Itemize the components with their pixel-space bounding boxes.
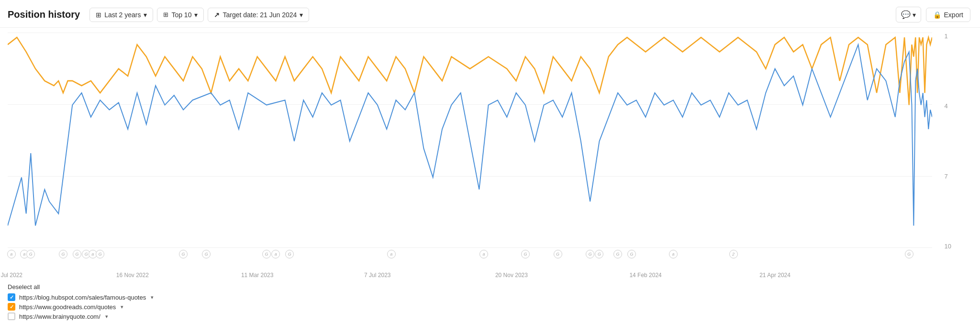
checkbox-brainyquote[interactable] — [8, 313, 15, 320]
check-icon-2: ✓ — [10, 304, 14, 310]
x-date-label: 11 Mar 2023 — [241, 272, 273, 279]
event-badge: a — [669, 250, 678, 258]
event-badge: a — [7, 250, 16, 258]
legend-area: Deselect all ✓ https://blog.hubspot.com/… — [0, 279, 980, 324]
calendar-icon: ⊞ — [96, 11, 101, 19]
chart-area: 1 4 7 10 aaGGGGaGGGGaGaaGGGGGGa2G 19 Jul… — [0, 28, 980, 279]
event-badge: G — [613, 250, 622, 258]
event-badge: G — [905, 250, 913, 258]
event-badge: 2 — [729, 250, 738, 258]
y-label-4: 4 — [945, 102, 951, 110]
export-button[interactable]: 🔒 Export — [926, 8, 970, 22]
url-goodreads: https://www.goodreads.com/quotes — [19, 303, 116, 311]
chevron-down-icon-3: ▾ — [300, 11, 303, 19]
trend-icon: ↗ — [214, 11, 220, 19]
legend-item-brainyquote[interactable]: https://www.brainyquote.com/ ▾ — [8, 313, 972, 320]
top-filter-label: Top 10 — [171, 11, 191, 19]
page-title: Position history — [8, 9, 80, 20]
chevron-down-icon: ▾ — [144, 11, 147, 19]
event-badge: G — [262, 250, 271, 258]
event-badge: G — [73, 250, 81, 258]
position-history-container: Position history ⊞ Last 2 years ▾ ⊞ Top … — [0, 0, 980, 324]
event-badge: G — [627, 250, 636, 258]
event-badge: a — [479, 250, 488, 258]
dropdown-icon-hubspot[interactable]: ▾ — [151, 294, 154, 301]
event-badge: G — [59, 250, 67, 258]
target-date-button[interactable]: ↗ Target date: 21 Jun 2024 ▾ — [208, 8, 309, 22]
y-label-10: 10 — [945, 243, 951, 250]
dropdown-icon-goodreads[interactable]: ▾ — [121, 304, 123, 310]
event-badge: G — [26, 250, 35, 258]
date-range-button[interactable]: ⊞ Last 2 years ▾ — [89, 8, 153, 22]
url-brainyquote: https://www.brainyquote.com/ — [19, 313, 100, 320]
event-badge: G — [521, 250, 530, 258]
chat-button[interactable]: 💬 ▾ — [896, 7, 921, 22]
toolbar: Position history ⊞ Last 2 years ▾ ⊞ Top … — [0, 0, 980, 28]
top-filter-button[interactable]: ⊞ Top 10 ▾ — [157, 8, 204, 22]
event-badge: a — [387, 250, 396, 258]
dates-row: 19 Jul 202216 Nov 202211 Mar 20237 Jul 2… — [8, 266, 932, 279]
y-axis-labels: 1 4 7 10 — [945, 33, 951, 250]
event-badge: G — [96, 250, 104, 258]
x-date-label: 7 Jul 2023 — [364, 272, 390, 279]
checkbox-hubspot[interactable]: ✓ — [8, 293, 15, 301]
date-range-label: Last 2 years — [104, 11, 141, 19]
x-date-label: 21 Apr 2024 — [759, 272, 791, 279]
lock-icon: 🔒 — [933, 11, 941, 19]
legend-item-goodreads[interactable]: ✓ https://www.goodreads.com/quotes ▾ — [8, 303, 972, 311]
grid-icon: ⊞ — [163, 11, 168, 18]
x-axis-area: aaGGGGaGGGGaGaaGGGGGGa2G 19 Jul 202216 N… — [8, 250, 932, 279]
legend-item-hubspot[interactable]: ✓ https://blog.hubspot.com/sales/famous-… — [8, 293, 972, 301]
chevron-down-icon-2: ▾ — [194, 11, 198, 19]
legend-items: ✓ https://blog.hubspot.com/sales/famous-… — [8, 293, 972, 320]
x-date-label: 14 Feb 2024 — [629, 272, 661, 279]
x-date-label: 19 Jul 2022 — [0, 272, 22, 279]
chart-wrapper: 1 4 7 10 aaGGGGaGGGGaGaaGGGGGGa2G 19 Jul… — [8, 33, 956, 279]
url-hubspot: https://blog.hubspot.com/sales/famous-qu… — [19, 294, 146, 301]
x-date-label: 16 Nov 2022 — [116, 272, 149, 279]
chart-svg — [8, 33, 932, 250]
check-icon: ✓ — [10, 294, 14, 301]
checkbox-goodreads[interactable]: ✓ — [8, 303, 15, 311]
y-label-7: 7 — [945, 173, 951, 180]
dropdown-icon-brainyquote[interactable]: ▾ — [105, 313, 108, 320]
event-badge: G — [285, 250, 294, 258]
event-badge: G — [554, 250, 562, 258]
chat-icon: 💬 — [901, 10, 911, 19]
event-badge: G — [586, 250, 594, 258]
export-label: Export — [944, 11, 963, 19]
event-badge: G — [179, 250, 188, 258]
deselect-all-button[interactable]: Deselect all — [8, 283, 972, 290]
event-badge: G — [595, 250, 603, 258]
event-badge: a — [271, 250, 280, 258]
x-date-label: 20 Nov 2023 — [495, 272, 528, 279]
toolbar-right: 💬 ▾ 🔒 Export — [896, 7, 970, 22]
target-date-label: Target date: 21 Jun 2024 — [223, 11, 297, 19]
events-row: aaGGGGaGGGGaGaaGGGGGGa2G — [8, 250, 932, 262]
chevron-down-icon-4: ▾ — [913, 11, 916, 19]
y-label-1: 1 — [945, 33, 951, 40]
event-badge: G — [202, 250, 211, 258]
